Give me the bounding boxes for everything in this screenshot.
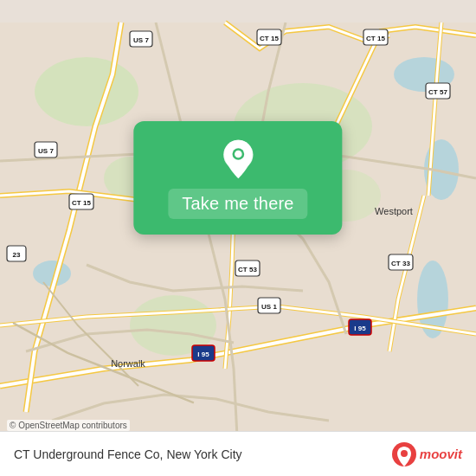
svg-text:US 7: US 7 [38,147,54,155]
bottom-bar: CT Underground Fence Co, New York City m… [0,431,476,476]
map-background: US 7 US 7 CT 15 CT 15 CT 15 CT 57 CT 33 … [0,0,476,476]
svg-text:CT 15: CT 15 [72,199,91,207]
moovit-logo: moovit [392,442,462,466]
map-attribution: © OpenStreetMap contributors [7,420,130,431]
green-panel: Take me there [133,121,342,235]
button-overlay: Take me there [133,121,342,235]
location-name: CT Underground Fence Co, New York City [14,447,242,461]
svg-text:CT 33: CT 33 [391,260,410,267]
svg-text:US 1: US 1 [261,303,277,311]
map-container: US 7 US 7 CT 15 CT 15 CT 15 CT 57 CT 33 … [0,0,476,476]
svg-text:CT 57: CT 57 [428,88,447,96]
svg-text:23: 23 [13,251,21,259]
svg-text:Westport: Westport [375,206,413,216]
take-me-there-button[interactable]: Take me there [168,189,307,219]
location-pin-icon [217,138,259,180]
svg-text:I 95: I 95 [354,325,366,332]
svg-text:Norwalk: Norwalk [111,358,145,369]
svg-point-5 [35,57,138,126]
svg-text:CT 15: CT 15 [260,35,279,42]
svg-text:CT 53: CT 53 [238,266,257,273]
svg-point-38 [235,151,242,158]
svg-point-40 [401,450,408,457]
svg-text:US 7: US 7 [133,36,149,44]
moovit-brand-name: moovit [420,447,462,461]
moovit-icon [392,442,416,466]
svg-text:CT 15: CT 15 [366,35,385,42]
svg-text:I 95: I 95 [197,351,209,358]
